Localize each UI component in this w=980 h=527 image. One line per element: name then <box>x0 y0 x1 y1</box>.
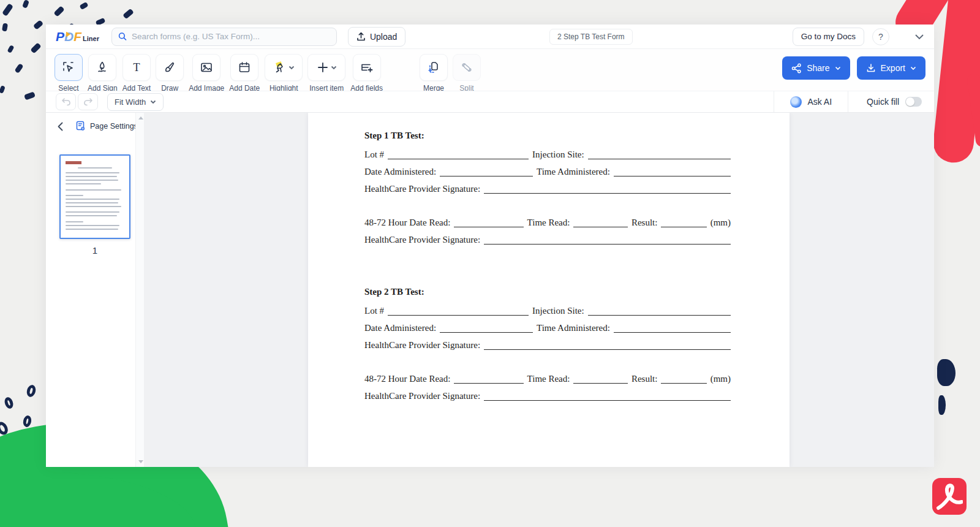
collapse-chevron-icon[interactable] <box>914 34 924 40</box>
zoom-mode-dropdown[interactable]: Fit Width <box>107 93 164 111</box>
provider-signature-field-line[interactable] <box>484 237 731 245</box>
document-canvas[interactable]: Step 1 TB Test: Lot # Injection Site: Da… <box>144 113 934 467</box>
time-administered-field-line[interactable] <box>614 325 731 333</box>
scroll-down-arrow[interactable] <box>138 460 143 463</box>
lot-field-line[interactable] <box>388 151 529 159</box>
logo-letter-p: P <box>56 29 64 44</box>
pdf-page[interactable]: Step 1 TB Test: Lot # Injection Site: Da… <box>308 113 790 467</box>
collapse-sidebar-button[interactable] <box>53 119 67 133</box>
provider-signature-field-line[interactable] <box>484 186 731 194</box>
help-label: ? <box>878 32 883 42</box>
date-read-label: 48-72 Hour Date Read: <box>364 218 450 227</box>
spacer <box>364 202 731 218</box>
redo-button[interactable] <box>78 93 98 110</box>
provider-signature-label: HealthCare Provider Signature: <box>364 235 480 245</box>
page-thumbnail-wrap: 1 <box>46 154 144 256</box>
tool-split[interactable]: Split <box>453 54 481 93</box>
redo-icon <box>83 97 93 106</box>
form-row-date-time: Date Administered: Time Administered: <box>364 167 731 176</box>
document-title-text: 2 Step TB Test Form <box>557 32 625 41</box>
insert-item-chevron-icon <box>331 66 337 70</box>
add-fields-icon <box>360 61 374 74</box>
export-label: Export <box>881 63 905 73</box>
top-bar-right: Go to my Docs ? <box>793 28 924 46</box>
upload-button[interactable]: Upload <box>348 27 405 47</box>
result-unit: (mm) <box>710 218 731 227</box>
date-read-field-line[interactable] <box>454 376 523 384</box>
date-administered-field-line[interactable] <box>440 169 533 176</box>
provider-signature-field-line[interactable] <box>484 342 731 350</box>
form-row-signature-2: HealthCare Provider Signature: <box>364 235 731 245</box>
search-input[interactable] <box>132 32 330 41</box>
date-administered-label: Date Administered: <box>364 167 436 176</box>
calendar-icon <box>238 61 251 74</box>
form-row-date-time: Date Administered: Time Administered: <box>364 324 731 333</box>
export-download-icon <box>866 63 876 73</box>
date-administered-field-line[interactable] <box>440 325 533 333</box>
form-row-signature-2: HealthCare Provider Signature: <box>364 392 731 401</box>
app-body: Page Settings <box>46 113 934 467</box>
undo-button[interactable] <box>56 93 76 110</box>
logo-letter-d: D <box>64 29 74 44</box>
page-settings-button[interactable]: Page Settings <box>75 121 138 132</box>
page-settings-label: Page Settings <box>90 122 138 131</box>
injection-site-label: Injection Site: <box>532 150 584 159</box>
go-to-my-docs-button[interactable]: Go to my Docs <box>793 28 864 46</box>
sidebar-scrollbar[interactable] <box>135 113 144 467</box>
export-button[interactable]: Export <box>857 56 925 80</box>
share-button[interactable]: Share <box>782 56 850 80</box>
tool-add-sign[interactable]: Add Sign <box>88 54 118 93</box>
tool-highlight[interactable]: Highlight <box>265 54 303 93</box>
tool-merge[interactable]: Merge <box>420 54 448 93</box>
select-cursor-icon <box>62 61 75 74</box>
time-read-field-line[interactable] <box>573 219 627 227</box>
ask-ai-orb-icon <box>790 96 802 108</box>
form-row-read-result: 48-72 Hour Date Read: Time Read: Result:… <box>364 218 731 227</box>
logo-liner-text: Liner <box>83 35 99 42</box>
ask-ai-button[interactable]: Ask AI <box>774 96 848 108</box>
tool-add-image[interactable]: Add Image <box>189 54 224 93</box>
export-chevron-icon <box>910 66 916 70</box>
tool-add-fields[interactable]: Add fields <box>350 54 383 93</box>
signature-pen-icon <box>96 61 109 74</box>
provider-signature-field-line[interactable] <box>484 393 731 401</box>
time-read-field-line[interactable] <box>573 376 627 384</box>
injection-site-field-line[interactable] <box>588 308 731 316</box>
quick-fill-toggle[interactable] <box>905 97 922 107</box>
help-button[interactable]: ? <box>872 28 889 45</box>
form-row-lot-injection: Lot # Injection Site: <box>364 150 731 159</box>
provider-signature-label: HealthCare Provider Signature: <box>364 341 480 350</box>
plus-icon <box>317 61 329 74</box>
tool-select[interactable]: Select <box>55 54 83 93</box>
undo-icon <box>61 97 71 106</box>
document-title: 2 Step TB Test Form <box>549 29 633 45</box>
section-title: Step 2 TB Test: <box>364 287 731 297</box>
pdfliner-logo[interactable]: PDF Liner <box>56 29 99 44</box>
ask-ai-label: Ask AI <box>807 97 832 107</box>
share-chevron-icon <box>835 66 841 70</box>
provider-signature-label: HealthCare Provider Signature: <box>364 184 480 194</box>
tool-insert-item[interactable]: Insert item <box>307 54 345 93</box>
injection-site-field-line[interactable] <box>588 151 731 159</box>
tool-add-date[interactable]: Add Date <box>229 54 260 93</box>
result-field-line[interactable] <box>661 219 706 227</box>
scroll-up-arrow[interactable] <box>138 116 143 119</box>
result-field-line[interactable] <box>661 376 706 384</box>
text-icon: T <box>130 61 143 74</box>
chevron-left-icon <box>58 122 63 131</box>
merge-pages-icon <box>426 60 441 75</box>
time-administered-label: Time Administered: <box>537 324 610 333</box>
page-thumbnail-1[interactable] <box>59 154 130 239</box>
lot-field-line[interactable] <box>388 308 529 316</box>
pdfliner-app-window: PDF Liner Upload 2 Step TB Test Form Go … <box>46 25 934 467</box>
provider-signature-label: HealthCare Provider Signature: <box>364 392 480 401</box>
date-read-field-line[interactable] <box>454 219 523 227</box>
image-icon <box>200 61 213 74</box>
tool-draw[interactable]: Draw <box>156 54 184 93</box>
upload-label: Upload <box>370 32 397 42</box>
tool-add-text[interactable]: T Add Text <box>123 54 151 93</box>
upload-icon <box>356 32 366 42</box>
search-icon <box>118 32 127 41</box>
time-administered-field-line[interactable] <box>614 169 731 176</box>
spacer <box>364 252 731 287</box>
